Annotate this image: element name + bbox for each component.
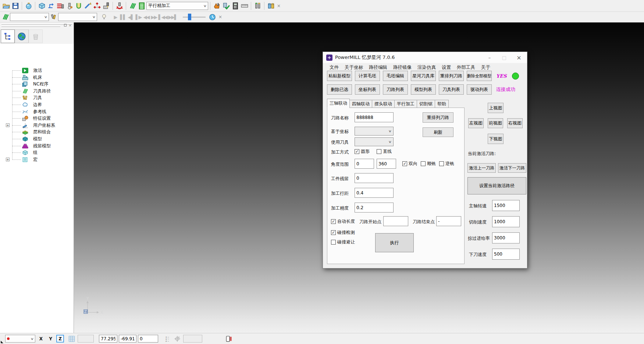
toolpath-list-button[interactable]: 刀路列表	[383, 84, 408, 95]
rearrange-toolpaths-button[interactable]: 重排列刀路	[439, 71, 464, 81]
simulate-tool-icon[interactable]	[49, 13, 58, 22]
workplane-compass-icon[interactable]	[172, 334, 182, 343]
tree-item-machine[interactable]: 机床	[12, 74, 42, 81]
angle-from-input[interactable]	[355, 159, 374, 169]
tree-item-patterns[interactable]: 参考线	[12, 108, 46, 115]
base-coord-combobox[interactable]: ∨	[355, 127, 394, 136]
toolpath-spring-icon[interactable]	[1, 13, 10, 22]
shaded-view-icon[interactable]	[24, 1, 33, 10]
menu-external-tools[interactable]: 外部工具	[454, 64, 478, 71]
tree-item-stock-models[interactable]: 残留模型	[12, 143, 51, 150]
view-right-button[interactable]: 右视图	[507, 118, 523, 128]
view-left-button[interactable]: 左视图	[468, 118, 484, 128]
view-top-button[interactable]: 上视图	[488, 103, 504, 113]
toolpath-name-input[interactable]	[355, 112, 394, 122]
powermill-spring-icon[interactable]	[128, 1, 137, 10]
checkbox-bidirectional[interactable]: 双向	[402, 161, 417, 167]
clamp-icon[interactable]	[253, 1, 262, 10]
start-point-input[interactable]	[383, 216, 408, 226]
tab-swivel[interactable]: 摆头联动	[372, 100, 395, 108]
measure-icon[interactable]	[240, 1, 249, 10]
menu-about[interactable]: 关于	[478, 64, 493, 71]
tab-parallel[interactable]: 平行加工	[394, 100, 417, 108]
view-bottom-button[interactable]: 下视图	[488, 134, 504, 144]
rewind-icon[interactable]: ◀◀	[142, 14, 150, 20]
maximize-button[interactable]: □	[497, 52, 512, 63]
delete-all-models-button[interactable]: 删除全部模型	[467, 71, 492, 81]
menu-path-edit[interactable]: 路径编辑	[366, 64, 390, 71]
set-active-path-button[interactable]: 设置当前激活路径	[467, 177, 526, 194]
tree-item-groups[interactable]: 组	[12, 149, 38, 156]
menu-coords[interactable]: 关于坐标	[342, 64, 366, 71]
tolerance-input[interactable]	[355, 203, 394, 213]
grid-icon[interactable]	[67, 334, 76, 343]
speed-slider[interactable]	[183, 14, 206, 20]
coord-list-button[interactable]: 坐标列表	[355, 84, 380, 95]
tab-explorer-tree[interactable]	[1, 29, 15, 43]
toolpath-strategy-icon[interactable]	[46, 1, 56, 10]
checkbox-circular[interactable]: 圆形	[355, 148, 370, 155]
axis-y-button[interactable]: Y	[47, 335, 54, 343]
tool-library-button[interactable]: 星河刀具库	[411, 71, 436, 81]
end-point-input[interactable]	[436, 216, 461, 226]
workplane-combobox[interactable]: ∨	[5, 335, 35, 343]
view-front-button[interactable]: 前视图	[488, 118, 503, 128]
pause-icon[interactable]: ▌▌	[119, 14, 127, 20]
tree-item-tools[interactable]: 刀具	[12, 94, 42, 101]
execute-button[interactable]: 执行	[375, 233, 414, 252]
tab-3axis[interactable]: 三轴联动	[327, 99, 350, 108]
plunge-feed-input[interactable]	[492, 249, 520, 260]
close-panel-icon[interactable]: ×	[68, 23, 72, 27]
sim-toolpath-combobox[interactable]: ∨	[10, 13, 49, 21]
go-start-icon[interactable]: ▌◀◀	[158, 14, 168, 20]
checkbox-conventional[interactable]: 逆铣	[439, 161, 454, 167]
coord-y-input[interactable]	[119, 335, 136, 343]
toolbar-grip[interactable]	[1, 25, 60, 27]
activate-prev-button[interactable]: 激活上一刀路	[467, 163, 496, 173]
feature-set-icon[interactable]	[92, 1, 102, 10]
stock-tool-icon[interactable]	[102, 1, 111, 10]
tree-item-boundaries[interactable]: 边界	[12, 101, 42, 108]
coord-z-input[interactable]	[138, 335, 158, 343]
tab-saw[interactable]: 切割锯	[417, 100, 435, 108]
clock-icon[interactable]	[208, 13, 217, 22]
calc-stock-button[interactable]: 计算毛坯	[355, 71, 380, 81]
cutting-feed-input[interactable]	[492, 216, 520, 227]
tree-item-models[interactable]: 模型	[12, 136, 42, 143]
save-icon[interactable]	[11, 1, 20, 10]
menu-settings[interactable]: 设置	[439, 64, 454, 71]
tab-help[interactable]: 帮助	[435, 100, 449, 108]
angle-to-input[interactable]	[377, 159, 396, 169]
coord-x-input[interactable]	[99, 335, 117, 343]
axis-z-button[interactable]: Z	[56, 335, 64, 343]
delete-selected-button[interactable]: 删除已选	[327, 84, 352, 95]
activate-next-button[interactable]: 激活下一刀路	[498, 163, 526, 173]
checkbox-auto-length[interactable]: 自动长度	[331, 218, 355, 225]
tree-item-levels-sets[interactable]: 层和组合	[12, 129, 51, 136]
tab-globe[interactable]	[15, 29, 29, 43]
pattern-icon[interactable]	[83, 1, 92, 10]
create-block-icon[interactable]	[37, 1, 46, 10]
clipboard-icon[interactable]	[224, 334, 233, 343]
strategy-list-icon[interactable]	[137, 1, 146, 10]
model-list-button[interactable]: 模型列表	[411, 84, 436, 95]
menu-file[interactable]: 文件	[327, 64, 342, 71]
float-panel-icon[interactable]	[64, 24, 67, 27]
stepover-input[interactable]	[355, 188, 394, 198]
refresh-button[interactable]: 刷新	[423, 127, 453, 137]
stock-edit-button[interactable]: 毛坯编辑	[383, 71, 408, 81]
tool-fox-icon[interactable]	[212, 1, 221, 10]
paste-model-button[interactable]: 粘贴新模型	[327, 71, 352, 81]
minimize-button[interactable]: –	[482, 52, 497, 63]
tree-item-feature-sets[interactable]: 特征设置	[12, 115, 51, 122]
tree-item-macros[interactable]: + 宏	[12, 156, 38, 163]
axis-x-button[interactable]: X	[37, 335, 45, 343]
skim-feed-input[interactable]	[492, 232, 520, 243]
expand-icon[interactable]: +	[6, 123, 10, 127]
tree-item-activate[interactable]: 激活	[12, 67, 42, 74]
tree-item-nc-programs[interactable]: NC程序	[12, 81, 48, 88]
cube-pair-icon[interactable]	[266, 1, 275, 10]
light-icon[interactable]	[99, 13, 108, 22]
close-button[interactable]: ×	[512, 52, 526, 63]
nc-program-list-icon[interactable]	[56, 1, 65, 10]
